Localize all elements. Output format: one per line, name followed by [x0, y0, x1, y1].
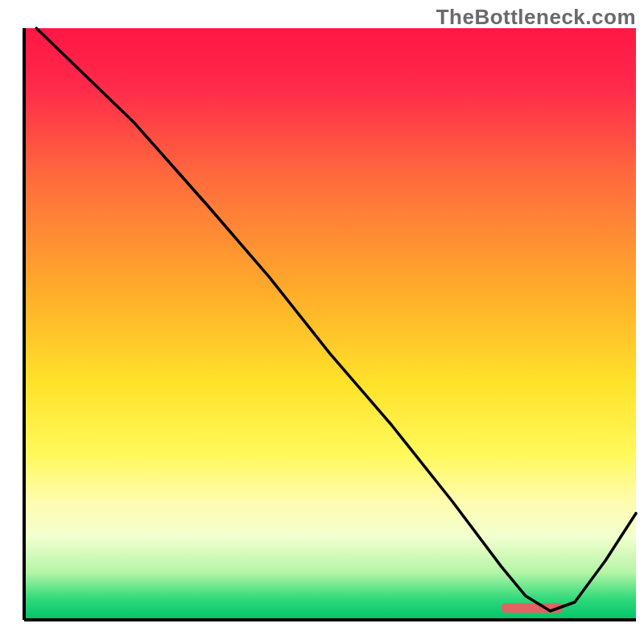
optimal-range-marker [502, 603, 563, 613]
plot-background [24, 28, 636, 620]
chart-container: TheBottleneck.com [0, 0, 644, 644]
bottleneck-chart [0, 0, 644, 644]
